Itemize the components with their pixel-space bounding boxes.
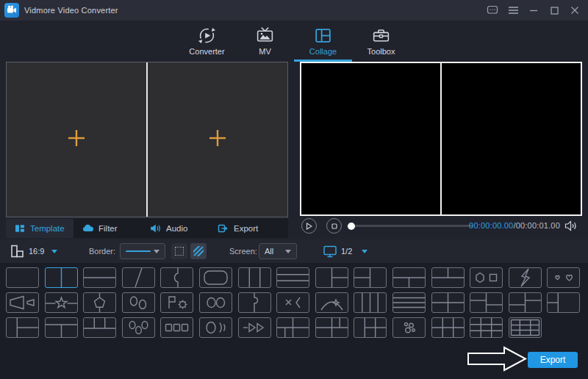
filter-icon (82, 223, 93, 234)
aspect-ratio-caret-icon[interactable] (51, 239, 57, 263)
template-rounded-inset[interactable] (199, 267, 232, 288)
template-three-columns[interactable] (238, 267, 271, 288)
template-curve-split[interactable] (160, 267, 193, 288)
tab-template[interactable]: Template (6, 219, 74, 238)
template-top-two-bottom-one[interactable] (431, 267, 465, 288)
template-left-two-right-one[interactable] (354, 267, 387, 288)
template-pentagon-split[interactable] (83, 292, 116, 313)
template-diagonal-split[interactable] (122, 267, 155, 288)
border-line-swatch (126, 250, 151, 252)
aspect-ratio-icon (10, 239, 24, 263)
menu-icon[interactable] (507, 4, 519, 16)
template-megaphone[interactable] (6, 292, 39, 313)
time-display: 00:00:00.00/00:00:01.00 (469, 221, 560, 230)
template-two-rows[interactable] (83, 267, 116, 288)
add-video-plus-icon[interactable] (65, 127, 87, 152)
feedback-icon[interactable] (487, 4, 498, 16)
template-arc-sparkle[interactable] (315, 292, 348, 313)
border-style-dropdown[interactable] (120, 243, 165, 259)
play-button[interactable] (301, 218, 317, 234)
template-puzzle-split[interactable] (238, 292, 271, 313)
template-two-ovals[interactable] (122, 292, 155, 313)
app-logo-icon (4, 3, 19, 18)
border-color-button[interactable] (190, 243, 207, 259)
template-grid-2x2[interactable] (431, 292, 465, 313)
template-two-circles[interactable] (199, 292, 232, 313)
template-four-rows[interactable] (392, 292, 426, 313)
page-indicator: 1/2 (341, 239, 352, 263)
template-grid-mixed-b[interactable] (315, 317, 348, 338)
template-top-one-bottom-two[interactable] (392, 267, 426, 288)
add-video-plus-icon[interactable] (207, 127, 229, 152)
template-top-three-bottom-one[interactable] (83, 317, 116, 338)
template-four-columns[interactable] (354, 292, 387, 313)
export-icon (218, 223, 229, 234)
template-narrow-left-right-two[interactable] (6, 317, 39, 338)
editor-cell-1[interactable] (7, 62, 146, 217)
template-scatter-dots[interactable] (392, 317, 426, 338)
maximize-icon[interactable] (548, 4, 560, 16)
template-hexagon-square[interactable] (470, 267, 503, 288)
tab-converter[interactable]: Converter (178, 21, 236, 62)
tab-export-label: Export (234, 224, 258, 233)
template-flag-gear[interactable] (160, 292, 193, 313)
template-grid (0, 263, 588, 379)
player-controls: 00:00:00.00/00:00:01.00 (300, 216, 582, 237)
template-oval-arcs[interactable] (199, 317, 232, 338)
template-single[interactable] (6, 267, 39, 288)
template-left-one-right-two[interactable] (315, 267, 348, 288)
template-grid-3x3[interactable] (470, 317, 503, 338)
preview-player (300, 62, 582, 216)
template-two-hearts[interactable] (547, 267, 580, 288)
template-grid-mixed-c[interactable] (354, 317, 387, 338)
tab-audio[interactable]: Audio (141, 219, 209, 238)
template-lightning-split[interactable] (509, 267, 542, 288)
app-title: Vidmore Video Converter (24, 6, 118, 15)
template-icon (15, 223, 25, 234)
tab-converter-label: Converter (189, 47, 224, 56)
template-cross-bracket[interactable] (276, 292, 309, 313)
tab-filter-label: Filter (98, 224, 118, 233)
template-three-ovals[interactable] (122, 317, 155, 338)
template-grid-2x2-offset-b[interactable] (509, 292, 542, 313)
template-grid-2x3[interactable] (431, 317, 465, 338)
tab-export[interactable]: Export (209, 219, 276, 238)
aspect-ratio-value[interactable]: 16:9 (29, 239, 44, 263)
template-three-squares[interactable] (160, 317, 193, 338)
border-dashed-button[interactable] (171, 243, 187, 259)
audio-icon (150, 223, 161, 234)
stop-button[interactable] (326, 218, 342, 234)
editor-cell-2[interactable] (146, 62, 287, 217)
tab-filter[interactable]: Filter (74, 219, 141, 238)
converter-icon (197, 24, 217, 46)
template-double-arrows[interactable] (238, 317, 271, 338)
tab-toolbox[interactable]: Toolbox (352, 21, 410, 62)
template-grid-mixed-a[interactable] (276, 317, 309, 338)
screen-label: Screen: (229, 239, 257, 263)
screen-page-icon (323, 239, 337, 263)
template-row-2 (6, 292, 582, 313)
template-grid-2x2-offset-a[interactable] (470, 292, 503, 313)
border-dropdown-caret-icon (154, 250, 159, 253)
close-icon[interactable] (569, 4, 581, 16)
hatch-icon (193, 246, 204, 256)
volume-icon[interactable] (564, 220, 578, 234)
seek-slider[interactable] (347, 225, 473, 227)
tab-collage-label: Collage (309, 47, 337, 56)
template-three-rows[interactable] (276, 267, 309, 288)
tab-collage[interactable]: Collage (294, 21, 352, 62)
tab-mv[interactable]: MV (236, 21, 294, 62)
seek-slider-thumb[interactable] (348, 223, 355, 230)
template-two-columns[interactable] (45, 267, 78, 288)
toolbox-icon (371, 24, 391, 46)
tab-toolbox-label: Toolbox (368, 47, 395, 56)
page-caret-icon[interactable] (362, 239, 368, 263)
template-left-column-split[interactable] (547, 292, 580, 313)
export-button[interactable]: Export (528, 352, 578, 368)
template-top-row-bottom-two[interactable] (45, 317, 78, 338)
preview-cell-1 (301, 63, 440, 214)
screen-dropdown[interactable]: All (259, 243, 297, 259)
minimize-icon[interactable] (528, 4, 539, 16)
template-star-split[interactable] (45, 292, 78, 313)
template-grid-3x3-framed[interactable] (509, 317, 542, 338)
